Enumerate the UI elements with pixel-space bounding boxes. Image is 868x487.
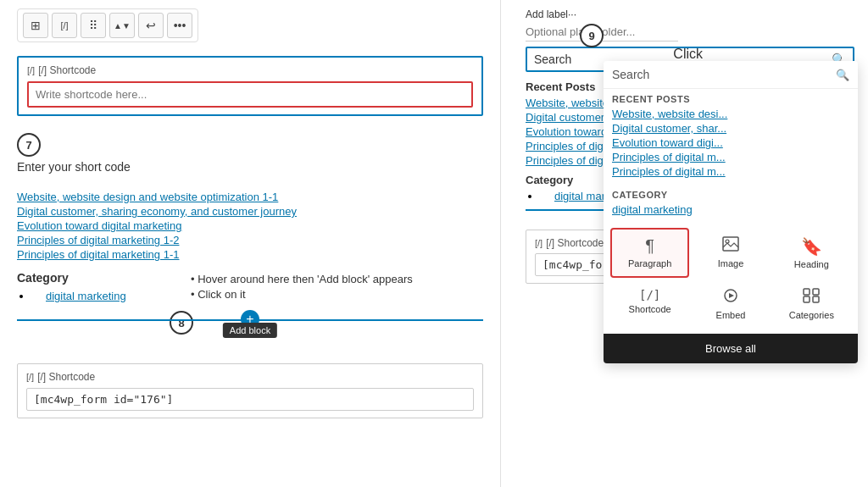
picker-block-heading[interactable]: 🔖 Heading [772, 228, 851, 278]
picker-link-3[interactable]: Evolution toward digi... [612, 136, 849, 149]
picker-recent-links: Website, website desi... Digital custome… [604, 106, 858, 185]
step8-circle: 8 [170, 311, 193, 335]
bullet-icon-2: • [191, 288, 195, 301]
categories-label: Categories [789, 310, 834, 320]
links-section: Website, website design and website opti… [17, 191, 483, 261]
picker-category-link-1[interactable]: digital marketing [612, 203, 849, 216]
add-block-line: + Add block [17, 319, 483, 321]
picker-block-paragraph[interactable]: ¶ Paragraph [610, 228, 689, 278]
move-updown-btn[interactable]: ▲▼ [109, 13, 135, 38]
shortcode-icon-top: [/] [27, 65, 35, 75]
svg-rect-7 [813, 296, 819, 302]
right-shortcode-icon: [/] [535, 238, 542, 248]
link-item-3[interactable]: Evolution toward digital marketing [17, 219, 483, 232]
block-toolbar: ⊞ [/] ⠿ ▲▼ ↩ ••• [17, 8, 198, 42]
step8-bullet2: Click on it [198, 288, 245, 301]
step8-area: • Hover around here then 'Add block' app… [17, 319, 483, 321]
picker-category-links: digital marketing [604, 202, 858, 223]
picker-search-icon: 🔍 [836, 69, 849, 81]
step7-text: Enter your short code [17, 160, 131, 174]
shortcode-bottom-label: [/] [/] Shortcode [26, 371, 474, 383]
drag-btn[interactable]: ⠿ [81, 13, 106, 38]
picker-block-image[interactable]: Image [691, 228, 770, 278]
add-label-container: Add label··· [526, 8, 854, 42]
link-item-4[interactable]: Principles of digital marketing 1-2 [17, 234, 483, 246]
add-label-title: Add label··· [526, 8, 854, 20]
shortcode-bottom-code: [mc4wp_form id="176"] [26, 388, 474, 411]
transform-btn[interactable]: ⊞ [23, 13, 48, 38]
link-item-2[interactable]: Digital customer, sharing economy, and c… [17, 205, 483, 218]
shortcode-picker-icon: [/] [639, 288, 660, 302]
shortcode-type-btn[interactable]: [/] [52, 13, 77, 38]
shortcode-icon-bottom: [/] [26, 372, 34, 382]
svg-rect-6 [804, 296, 810, 302]
picker-block-embed[interactable]: Embed [691, 279, 770, 329]
step8-bullet1: Hover around here then 'Add block' appea… [198, 273, 413, 285]
panel-divider [500, 0, 501, 487]
embed-label: Embed [716, 310, 746, 320]
image-label: Image [718, 258, 744, 268]
add-block-tooltip: Add block [223, 323, 277, 338]
svg-marker-3 [729, 293, 734, 298]
categories-icon [803, 288, 820, 307]
svg-rect-4 [804, 289, 810, 295]
picker-link-1[interactable]: Website, website desi... [612, 108, 849, 120]
picker-search-row: 🔍 [604, 61, 858, 89]
heading-icon: 🔖 [801, 236, 822, 257]
shortcode-block-bottom: [/] [/] Shortcode [mc4wp_form id="176"] [17, 363, 483, 418]
picker-category-title: Category [604, 185, 858, 202]
category-link-digital-marketing[interactable]: digital marketing [46, 290, 126, 302]
svg-rect-0 [723, 237, 738, 251]
picker-link-4[interactable]: Principles of digital m... [612, 151, 849, 163]
image-icon [722, 236, 739, 256]
picker-blocks-grid: ¶ Paragraph Image 🔖 Heading [/] Shortcod… [604, 223, 858, 334]
block-picker-popup: 🔍 Recent Posts Website, website desi... … [604, 61, 858, 363]
svg-rect-5 [813, 289, 819, 295]
paragraph-icon: ¶ [645, 236, 654, 256]
link-item-5[interactable]: Principles of digital marketing 1-1 [17, 248, 483, 261]
picker-block-categories[interactable]: Categories [772, 279, 851, 329]
step7-annotation: 7 Enter your short code [17, 133, 483, 174]
step9-circle: 9 [580, 24, 604, 47]
shortcode-picker-label: Shortcode [629, 304, 671, 314]
link-item-1[interactable]: Website, website design and website opti… [17, 191, 483, 203]
picker-link-5[interactable]: Principles of digital m... [612, 165, 849, 178]
picker-recent-posts-title: Recent Posts [604, 89, 858, 106]
shortcode-input-top[interactable] [27, 81, 473, 108]
browse-all-button[interactable]: Browse all [604, 334, 858, 363]
bullet-icon-1: • [191, 273, 195, 285]
picker-link-2[interactable]: Digital customer, shar... [612, 122, 849, 135]
shortcode-block-top: [/] [/] Shortcode [17, 56, 483, 116]
step7-circle: 7 [17, 133, 41, 157]
paragraph-label: Paragraph [628, 258, 671, 268]
heading-label: Heading [794, 259, 829, 269]
picker-search-input[interactable] [612, 68, 836, 81]
embed-icon [722, 288, 739, 307]
step9-click-label: Click [673, 47, 703, 62]
undo-btn[interactable]: ↩ [138, 13, 164, 38]
picker-block-shortcode[interactable]: [/] Shortcode [610, 279, 689, 329]
more-options-btn[interactable]: ••• [167, 13, 192, 38]
left-panel: ⊞ [/] ⠿ ▲▼ ↩ ••• [/] [/] Shortcode 7 Ent… [0, 0, 500, 487]
shortcode-top-label: [/] [/] Shortcode [27, 64, 473, 76]
step8-annotation: • Hover around here then 'Add block' app… [191, 273, 413, 301]
